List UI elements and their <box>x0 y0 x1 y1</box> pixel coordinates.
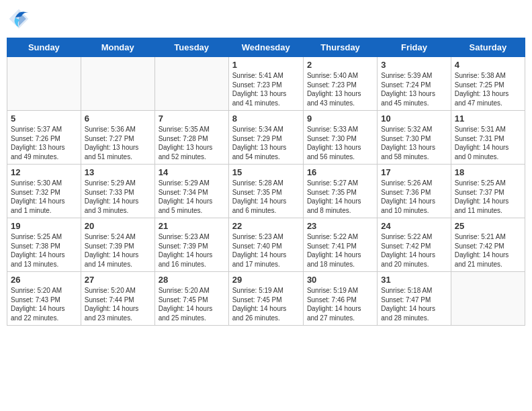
day-cell: 7Sunrise: 5:35 AMSunset: 7:28 PMDaylight… <box>154 111 228 165</box>
day-detail: Sunrise: 5:19 AMSunset: 7:46 PMDaylight:… <box>307 286 373 322</box>
day-cell: 26Sunrise: 5:20 AMSunset: 7:43 PMDayligh… <box>7 272 81 326</box>
col-header-thursday: Thursday <box>303 38 377 57</box>
day-detail: Sunrise: 5:25 AMSunset: 7:38 PMDaylight:… <box>11 232 77 269</box>
day-cell: 28Sunrise: 5:20 AMSunset: 7:45 PMDayligh… <box>154 272 228 326</box>
day-detail: Sunrise: 5:36 AMSunset: 7:27 PMDaylight:… <box>85 125 151 161</box>
day-number: 12 <box>11 167 77 177</box>
day-number: 6 <box>85 113 151 124</box>
day-number: 14 <box>159 167 225 177</box>
day-cell: 11Sunrise: 5:31 AMSunset: 7:31 PMDayligh… <box>451 111 525 165</box>
day-number: 11 <box>455 113 521 124</box>
day-detail: Sunrise: 5:23 AMSunset: 7:40 PMDaylight:… <box>232 232 300 269</box>
day-detail: Sunrise: 5:20 AMSunset: 7:44 PMDaylight:… <box>85 286 151 322</box>
day-detail: Sunrise: 5:20 AMSunset: 7:45 PMDaylight:… <box>159 286 225 322</box>
day-number: 16 <box>307 167 373 177</box>
day-cell: 6Sunrise: 5:36 AMSunset: 7:27 PMDaylight… <box>81 111 154 165</box>
day-number: 2 <box>307 60 373 70</box>
day-cell: 13Sunrise: 5:29 AMSunset: 7:33 PMDayligh… <box>81 165 154 218</box>
day-cell: 12Sunrise: 5:30 AMSunset: 7:32 PMDayligh… <box>7 165 81 218</box>
day-cell: 10Sunrise: 5:32 AMSunset: 7:30 PMDayligh… <box>378 111 451 165</box>
day-cell: 30Sunrise: 5:19 AMSunset: 7:46 PMDayligh… <box>303 272 377 326</box>
logo <box>7 7 34 31</box>
day-detail: Sunrise: 5:22 AMSunset: 7:42 PMDaylight:… <box>381 232 447 269</box>
day-cell: 19Sunrise: 5:25 AMSunset: 7:38 PMDayligh… <box>7 218 81 272</box>
day-cell: 27Sunrise: 5:20 AMSunset: 7:44 PMDayligh… <box>81 272 154 326</box>
day-detail: Sunrise: 5:21 AMSunset: 7:42 PMDaylight:… <box>455 232 521 269</box>
day-number: 30 <box>307 275 373 285</box>
col-header-saturday: Saturday <box>451 38 525 57</box>
day-detail: Sunrise: 5:28 AMSunset: 7:35 PMDaylight:… <box>232 179 300 215</box>
header <box>7 7 525 31</box>
day-number: 18 <box>455 167 521 177</box>
day-detail: Sunrise: 5:19 AMSunset: 7:45 PMDaylight:… <box>232 286 300 322</box>
day-number: 1 <box>232 60 300 70</box>
day-detail: Sunrise: 5:23 AMSunset: 7:39 PMDaylight:… <box>159 232 225 269</box>
day-cell: 18Sunrise: 5:25 AMSunset: 7:37 PMDayligh… <box>451 165 525 218</box>
day-cell: 22Sunrise: 5:23 AMSunset: 7:40 PMDayligh… <box>228 218 303 272</box>
day-number: 29 <box>232 275 300 285</box>
day-detail: Sunrise: 5:35 AMSunset: 7:28 PMDaylight:… <box>159 125 225 161</box>
day-cell: 17Sunrise: 5:26 AMSunset: 7:36 PMDayligh… <box>378 165 451 218</box>
day-number: 21 <box>159 221 225 231</box>
col-header-friday: Friday <box>378 38 451 57</box>
day-detail: Sunrise: 5:34 AMSunset: 7:29 PMDaylight:… <box>232 125 300 161</box>
day-cell <box>451 272 525 326</box>
col-header-wednesday: Wednesday <box>228 38 303 57</box>
day-cell <box>7 57 81 111</box>
day-detail: Sunrise: 5:37 AMSunset: 7:26 PMDaylight:… <box>11 125 77 161</box>
day-detail: Sunrise: 5:22 AMSunset: 7:41 PMDaylight:… <box>307 232 373 269</box>
day-number: 19 <box>11 221 77 231</box>
day-number: 7 <box>159 113 225 124</box>
day-detail: Sunrise: 5:38 AMSunset: 7:25 PMDaylight:… <box>455 71 521 107</box>
day-cell: 14Sunrise: 5:29 AMSunset: 7:34 PMDayligh… <box>154 165 228 218</box>
day-number: 3 <box>381 60 447 70</box>
day-number: 9 <box>307 113 373 124</box>
day-cell: 24Sunrise: 5:22 AMSunset: 7:42 PMDayligh… <box>378 218 451 272</box>
day-number: 24 <box>381 221 447 231</box>
day-cell: 5Sunrise: 5:37 AMSunset: 7:26 PMDaylight… <box>7 111 81 165</box>
day-number: 28 <box>159 275 225 285</box>
week-row-4: 26Sunrise: 5:20 AMSunset: 7:43 PMDayligh… <box>7 272 525 326</box>
day-detail: Sunrise: 5:30 AMSunset: 7:32 PMDaylight:… <box>11 179 77 215</box>
day-number: 25 <box>455 221 521 231</box>
day-detail: Sunrise: 5:31 AMSunset: 7:31 PMDaylight:… <box>455 125 521 161</box>
day-number: 17 <box>381 167 447 177</box>
day-detail: Sunrise: 5:25 AMSunset: 7:37 PMDaylight:… <box>455 179 521 215</box>
day-cell <box>154 57 228 111</box>
day-cell: 31Sunrise: 5:18 AMSunset: 7:47 PMDayligh… <box>378 272 451 326</box>
calendar-body: 1Sunrise: 5:41 AMSunset: 7:23 PMDaylight… <box>7 57 525 326</box>
day-detail: Sunrise: 5:26 AMSunset: 7:36 PMDaylight:… <box>381 179 447 215</box>
day-detail: Sunrise: 5:18 AMSunset: 7:47 PMDaylight:… <box>381 286 447 322</box>
day-detail: Sunrise: 5:29 AMSunset: 7:34 PMDaylight:… <box>159 179 225 215</box>
day-detail: Sunrise: 5:32 AMSunset: 7:30 PMDaylight:… <box>381 125 447 161</box>
week-row-0: 1Sunrise: 5:41 AMSunset: 7:23 PMDaylight… <box>7 57 525 111</box>
day-number: 4 <box>455 60 521 70</box>
day-cell: 25Sunrise: 5:21 AMSunset: 7:42 PMDayligh… <box>451 218 525 272</box>
day-detail: Sunrise: 5:24 AMSunset: 7:39 PMDaylight:… <box>85 232 151 269</box>
day-cell: 8Sunrise: 5:34 AMSunset: 7:29 PMDaylight… <box>228 111 303 165</box>
day-number: 22 <box>232 221 300 231</box>
day-cell: 29Sunrise: 5:19 AMSunset: 7:45 PMDayligh… <box>228 272 303 326</box>
day-detail: Sunrise: 5:29 AMSunset: 7:33 PMDaylight:… <box>85 179 151 215</box>
week-row-1: 5Sunrise: 5:37 AMSunset: 7:26 PMDaylight… <box>7 111 525 165</box>
day-number: 23 <box>307 221 373 231</box>
day-cell: 16Sunrise: 5:27 AMSunset: 7:35 PMDayligh… <box>303 165 377 218</box>
day-cell <box>81 57 154 111</box>
day-cell: 21Sunrise: 5:23 AMSunset: 7:39 PMDayligh… <box>154 218 228 272</box>
day-number: 26 <box>11 275 77 285</box>
day-cell: 4Sunrise: 5:38 AMSunset: 7:25 PMDaylight… <box>451 57 525 111</box>
day-number: 8 <box>232 113 300 124</box>
day-number: 20 <box>85 221 151 231</box>
day-number: 10 <box>381 113 447 124</box>
col-header-tuesday: Tuesday <box>154 38 228 57</box>
day-cell: 2Sunrise: 5:40 AMSunset: 7:23 PMDaylight… <box>303 57 377 111</box>
day-cell: 20Sunrise: 5:24 AMSunset: 7:39 PMDayligh… <box>81 218 154 272</box>
calendar-header: SundayMondayTuesdayWednesdayThursdayFrid… <box>7 38 525 57</box>
page: SundayMondayTuesdayWednesdayThursdayFrid… <box>0 0 532 411</box>
day-number: 13 <box>85 167 151 177</box>
day-detail: Sunrise: 5:20 AMSunset: 7:43 PMDaylight:… <box>11 286 77 322</box>
day-detail: Sunrise: 5:33 AMSunset: 7:30 PMDaylight:… <box>307 125 373 161</box>
day-number: 31 <box>381 275 447 285</box>
day-detail: Sunrise: 5:41 AMSunset: 7:23 PMDaylight:… <box>232 71 300 107</box>
week-row-3: 19Sunrise: 5:25 AMSunset: 7:38 PMDayligh… <box>7 218 525 272</box>
